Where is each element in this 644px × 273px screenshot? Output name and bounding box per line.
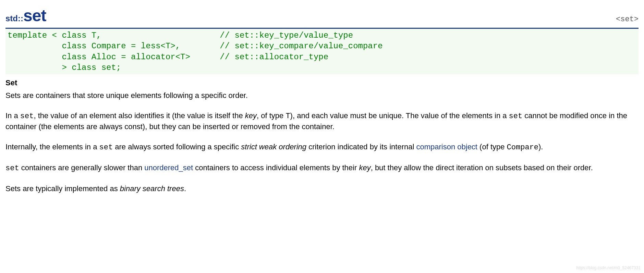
code-line: class Compare = less<T>, // set::key_com… (8, 41, 383, 51)
code-term: set (20, 112, 34, 121)
paragraph-ordering: Internally, the elements in a set are al… (5, 142, 639, 153)
section-heading: Set (5, 78, 639, 88)
unordered-set-link[interactable]: unordered_set (144, 163, 193, 172)
emphasis: key (359, 163, 370, 172)
emphasis: strict weak ordering (241, 142, 306, 151)
emphasis: binary search trees (120, 184, 184, 193)
code-term: set (5, 164, 19, 173)
title-prefix: std:: (5, 14, 23, 23)
title-name: set (23, 7, 46, 25)
paragraph-performance: set containers are generally slower than… (5, 163, 639, 174)
code-term: set (99, 143, 113, 152)
code-term: set (509, 112, 523, 121)
code-line: class Alloc = allocator<T> // set::alloc… (8, 52, 328, 62)
page-title: std::set (5, 4, 46, 27)
paragraph-implementation: Sets are typically implemented as binary… (5, 184, 639, 194)
paragraph-intro: Sets are containers that store unique el… (5, 90, 639, 101)
code-line: template < class T, // set::key_type/val… (8, 31, 353, 40)
comparison-object-link[interactable]: comparison object (416, 142, 477, 151)
header-include: <set> (616, 14, 639, 25)
code-line: > class set; (8, 63, 121, 72)
emphasis: key (245, 111, 257, 120)
paragraph-key-value: In a set, the value of an element also i… (5, 111, 639, 133)
template-declaration: template < class T, // set::key_type/val… (5, 29, 639, 74)
code-term: Compare (507, 143, 538, 152)
code-term: T (285, 112, 290, 121)
page-header: std::set <set> (5, 4, 639, 29)
